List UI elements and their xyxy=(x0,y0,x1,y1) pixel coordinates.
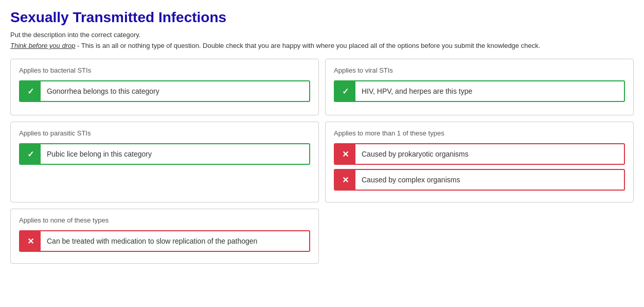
category-more-than-one-title: Applies to more than 1 of these types xyxy=(334,129,625,137)
category-viral: Applies to viral STIs ✓ HIV, HPV, and he… xyxy=(325,59,634,115)
answer-text: Gonorrhea belongs to this category xyxy=(41,83,166,99)
incorrect-icon: ✕ xyxy=(335,144,355,164)
main-grid: Applies to bacterial STIs ✓ Gonorrhea be… xyxy=(10,59,634,202)
answer-item: ✕ Can be treated with medication to slow… xyxy=(19,230,310,252)
answer-item: ✕ Caused by prokaryotic organisms xyxy=(334,143,625,165)
answer-text: Caused by prokaryotic organisms xyxy=(355,146,475,162)
category-parasitic: Applies to parasitic STIs ✓ Pubic lice b… xyxy=(10,122,319,202)
answer-item: ✓ Pubic lice belong in this category xyxy=(19,143,310,165)
answer-text: Pubic lice belong in this category xyxy=(41,146,158,162)
incorrect-icon: ✕ xyxy=(335,170,355,190)
instruction-italic: Think before you drop xyxy=(10,42,75,49)
correct-icon: ✓ xyxy=(20,144,41,164)
page-title: Sexually Transmitted Infections xyxy=(10,9,634,26)
correct-icon: ✓ xyxy=(20,81,41,101)
category-more-than-one: Applies to more than 1 of these types ✕ … xyxy=(325,122,634,202)
answer-text: Can be treated with medication to slow r… xyxy=(41,233,263,249)
answer-text: HIV, HPV, and herpes are this type xyxy=(355,83,478,99)
answer-text: Caused by complex organisms xyxy=(355,172,466,188)
category-parasitic-title: Applies to parasitic STIs xyxy=(19,129,310,137)
category-none-title: Applies to none of these types xyxy=(19,216,310,224)
category-viral-title: Applies to viral STIs xyxy=(334,66,625,74)
answer-item: ✓ HIV, HPV, and herpes are this type xyxy=(334,80,625,102)
subtitle: Put the description into the correct cat… xyxy=(10,31,634,39)
answer-item: ✕ Caused by complex organisms xyxy=(334,169,625,191)
instruction: Think before you drop - This is an all o… xyxy=(10,42,634,49)
instruction-rest: - This is an all or nothing type of ques… xyxy=(75,42,540,49)
category-none: Applies to none of these types ✕ Can be … xyxy=(10,209,319,264)
incorrect-icon: ✕ xyxy=(20,231,41,251)
answer-item: ✓ Gonorrhea belongs to this category xyxy=(19,80,310,102)
category-bacterial: Applies to bacterial STIs ✓ Gonorrhea be… xyxy=(10,59,319,115)
correct-icon: ✓ xyxy=(335,81,355,101)
category-bacterial-title: Applies to bacterial STIs xyxy=(19,66,310,74)
